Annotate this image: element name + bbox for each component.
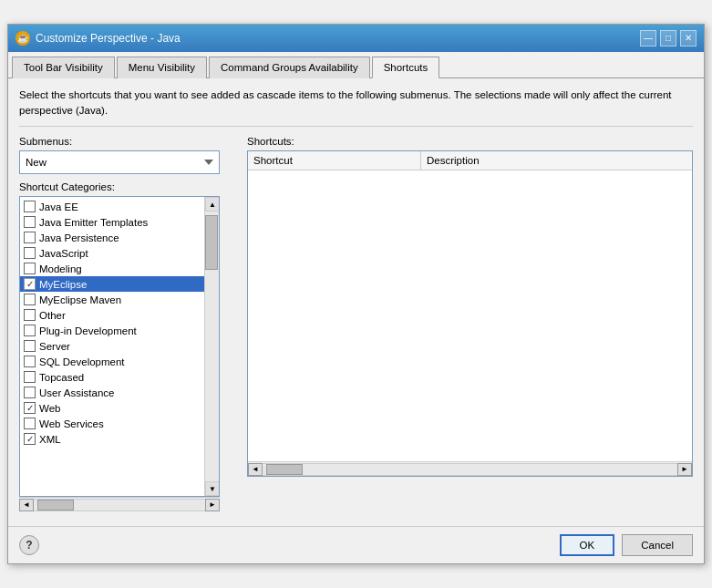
description-text: Select the shortcuts that you want to se… bbox=[19, 88, 693, 128]
category-checkbox[interactable] bbox=[24, 402, 36, 414]
categories-list[interactable]: Java EEJava Emitter TemplatesJava Persis… bbox=[20, 197, 219, 489]
tab-shortcuts[interactable]: Shortcuts bbox=[372, 57, 440, 78]
category-item[interactable]: Java Emitter Templates bbox=[20, 214, 219, 230]
shortcuts-hscroll-track[interactable] bbox=[263, 463, 677, 476]
submenus-select[interactable]: New bbox=[19, 150, 220, 174]
category-checkbox[interactable] bbox=[24, 263, 36, 274]
category-item-label: User Assistance bbox=[39, 387, 114, 398]
category-item[interactable]: Java Persistence bbox=[20, 230, 219, 245]
cancel-button[interactable]: Cancel bbox=[622, 534, 693, 556]
tab-menu[interactable]: Menu Visibility bbox=[117, 57, 207, 78]
content-area: Select the shortcuts that you want to se… bbox=[8, 78, 704, 521]
vscroll-down-arrow[interactable]: ▼ bbox=[205, 481, 220, 496]
tabs-bar: Tool Bar Visibility Menu Visibility Comm… bbox=[8, 52, 704, 78]
shortcuts-label: Shortcuts: bbox=[247, 136, 693, 147]
shortcuts-hscroll-left[interactable]: ◄ bbox=[248, 463, 263, 476]
categories-vscrollbar[interactable]: ▲ ▼ bbox=[204, 197, 219, 496]
category-item[interactable]: Web Services bbox=[20, 416, 219, 431]
tab-command-groups[interactable]: Command Groups Availability bbox=[209, 57, 370, 78]
category-checkbox[interactable] bbox=[24, 216, 36, 228]
category-checkbox[interactable] bbox=[24, 294, 36, 305]
category-item-label: Topcased bbox=[39, 372, 84, 383]
category-item-label: Plug-in Development bbox=[39, 325, 137, 336]
shortcut-categories-label: Shortcut Categories: bbox=[19, 181, 238, 192]
category-checkbox[interactable] bbox=[24, 387, 36, 398]
category-item-label: Java Persistence bbox=[39, 232, 119, 243]
right-panel: Shortcuts: Shortcut Description ◄ ► bbox=[247, 136, 693, 511]
title-controls: — □ ✕ bbox=[640, 30, 697, 46]
category-checkbox[interactable] bbox=[24, 371, 36, 383]
category-item-label: Java Emitter Templates bbox=[39, 217, 148, 228]
category-item[interactable]: Java EE bbox=[20, 199, 219, 214]
vscroll-up-arrow[interactable]: ▲ bbox=[205, 197, 220, 211]
shortcuts-body bbox=[248, 170, 692, 461]
category-checkbox[interactable] bbox=[24, 201, 36, 212]
shortcuts-col-desc-header: Description bbox=[421, 151, 692, 170]
tab-toolbar[interactable]: Tool Bar Visibility bbox=[12, 57, 115, 78]
category-checkbox[interactable] bbox=[24, 356, 36, 367]
category-item[interactable]: MyEclipse bbox=[20, 276, 219, 292]
hscroll-thumb[interactable] bbox=[37, 500, 74, 511]
category-item-label: JavaScript bbox=[39, 248, 88, 259]
category-item[interactable]: MyEclipse Maven bbox=[20, 292, 219, 307]
shortcuts-hscrollbar[interactable]: ◄ ► bbox=[248, 461, 692, 476]
category-checkbox[interactable] bbox=[24, 309, 36, 321]
vscroll-track[interactable] bbox=[205, 211, 219, 481]
category-item-label: SQL Development bbox=[39, 356, 125, 367]
category-item-label: MyEclipse bbox=[39, 279, 87, 290]
category-item-label: MyEclipse Maven bbox=[39, 294, 121, 305]
category-checkbox[interactable] bbox=[24, 340, 36, 352]
left-panel: Submenus: New Shortcut Categories: Java … bbox=[19, 136, 238, 511]
category-item[interactable]: XML bbox=[20, 431, 219, 447]
category-item[interactable]: Other bbox=[20, 307, 219, 323]
category-item-label: Other bbox=[39, 310, 66, 321]
category-item[interactable]: Modeling bbox=[20, 261, 219, 276]
hscroll-track[interactable] bbox=[34, 499, 205, 511]
shortcuts-hscroll-thumb[interactable] bbox=[266, 464, 303, 475]
footer-buttons: OK Cancel bbox=[560, 534, 693, 556]
title-bar-left: ☕ Customize Perspective - Java bbox=[15, 31, 181, 46]
category-item[interactable]: Topcased bbox=[20, 369, 219, 385]
category-item-label: Web Services bbox=[39, 418, 104, 429]
category-item[interactable]: User Assistance bbox=[20, 385, 219, 400]
help-button[interactable]: ? bbox=[19, 535, 39, 555]
categories-list-container: Java EEJava Emitter TemplatesJava Persis… bbox=[19, 196, 220, 497]
category-checkbox[interactable] bbox=[24, 232, 36, 243]
category-checkbox[interactable] bbox=[24, 433, 36, 445]
shortcuts-table-header: Shortcut Description bbox=[248, 151, 692, 170]
app-icon: ☕ bbox=[15, 31, 30, 46]
shortcuts-table: Shortcut Description ◄ ► bbox=[247, 150, 693, 477]
maximize-button[interactable]: □ bbox=[660, 30, 676, 46]
category-item-label: Java EE bbox=[39, 201, 78, 212]
vscroll-thumb[interactable] bbox=[205, 215, 218, 270]
category-checkbox[interactable] bbox=[24, 418, 36, 429]
category-item-label: Web bbox=[39, 403, 60, 414]
category-item[interactable]: SQL Development bbox=[20, 354, 219, 369]
category-item[interactable]: Web bbox=[20, 400, 219, 416]
category-checkbox[interactable] bbox=[24, 325, 36, 336]
shortcuts-col-shortcut-header: Shortcut bbox=[248, 151, 421, 170]
close-button[interactable]: ✕ bbox=[680, 30, 697, 46]
submenus-label: Submenus: bbox=[19, 136, 238, 147]
shortcuts-hscroll-right[interactable]: ► bbox=[677, 463, 692, 476]
footer: ? OK Cancel bbox=[8, 526, 704, 563]
panels-row: Submenus: New Shortcut Categories: Java … bbox=[19, 136, 693, 511]
hscroll-right-arrow[interactable]: ► bbox=[205, 499, 220, 511]
window-title: Customize Perspective - Java bbox=[36, 32, 181, 45]
ok-button[interactable]: OK bbox=[560, 534, 615, 556]
minimize-button[interactable]: — bbox=[640, 30, 656, 46]
category-item[interactable]: JavaScript bbox=[20, 245, 219, 261]
category-item-label: Server bbox=[39, 341, 70, 352]
category-item-label: XML bbox=[39, 434, 61, 445]
main-window: ☕ Customize Perspective - Java — □ ✕ Too… bbox=[7, 24, 705, 565]
title-bar: ☕ Customize Perspective - Java — □ ✕ bbox=[8, 25, 704, 52]
category-item[interactable]: Plug-in Development bbox=[20, 323, 219, 338]
hscroll-left-arrow[interactable]: ◄ bbox=[19, 499, 34, 511]
category-item-label: Modeling bbox=[39, 263, 82, 274]
categories-hscrollbar[interactable]: ◄ ► bbox=[19, 497, 220, 511]
category-checkbox[interactable] bbox=[24, 278, 36, 290]
category-item[interactable]: Server bbox=[20, 338, 219, 354]
category-checkbox[interactable] bbox=[24, 247, 36, 259]
